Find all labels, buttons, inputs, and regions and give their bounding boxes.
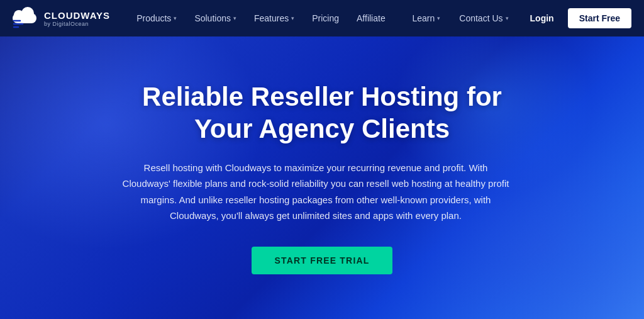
navbar: CLOUDWAYS by DigitalOcean Products ▾ Sol… [0, 0, 644, 36]
brand-subtitle: by DigitalOcean [44, 21, 110, 27]
start-free-trial-button[interactable]: START FREE TRIAL [252, 247, 392, 274]
hero-section: Reliable Reseller Hosting for Your Agenc… [0, 36, 644, 319]
chevron-down-icon: ▾ [174, 15, 177, 21]
logo[interactable]: CLOUDWAYS by DigitalOcean [13, 7, 110, 30]
start-free-button[interactable]: Start Free [568, 8, 631, 28]
nav-item-learn[interactable]: Learn ▾ [404, 9, 448, 27]
hero-subtitle: Resell hosting with Cloudways to maximiz… [121, 160, 511, 224]
nav-item-features[interactable]: Features ▾ [247, 9, 302, 27]
chevron-down-icon: ▾ [291, 15, 294, 21]
brand-name: CLOUDWAYS [44, 10, 110, 21]
nav-item-pricing[interactable]: Pricing [304, 9, 347, 27]
svg-point-2 [21, 7, 34, 20]
nav-item-affiliate[interactable]: Affiliate [349, 9, 393, 27]
nav-right: Learn ▾ Contact Us ▾ Login Start Free [404, 8, 631, 28]
nav-item-solutions[interactable]: Solutions ▾ [187, 9, 244, 27]
hero-title: Reliable Reseller Hosting for Your Agenc… [121, 81, 523, 145]
logo-text: CLOUDWAYS by DigitalOcean [44, 10, 110, 27]
chevron-down-icon: ▾ [437, 15, 440, 21]
hero-content: Reliable Reseller Hosting for Your Agenc… [108, 81, 536, 274]
chevron-down-icon: ▾ [233, 15, 236, 21]
nav-item-contact[interactable]: Contact Us ▾ [452, 9, 516, 27]
nav-links: Products ▾ Solutions ▾ Features ▾ Pricin… [129, 9, 404, 27]
logo-icon [13, 7, 39, 30]
login-button[interactable]: Login [520, 9, 564, 27]
nav-item-products[interactable]: Products ▾ [129, 9, 184, 27]
chevron-down-icon: ▾ [506, 15, 509, 21]
